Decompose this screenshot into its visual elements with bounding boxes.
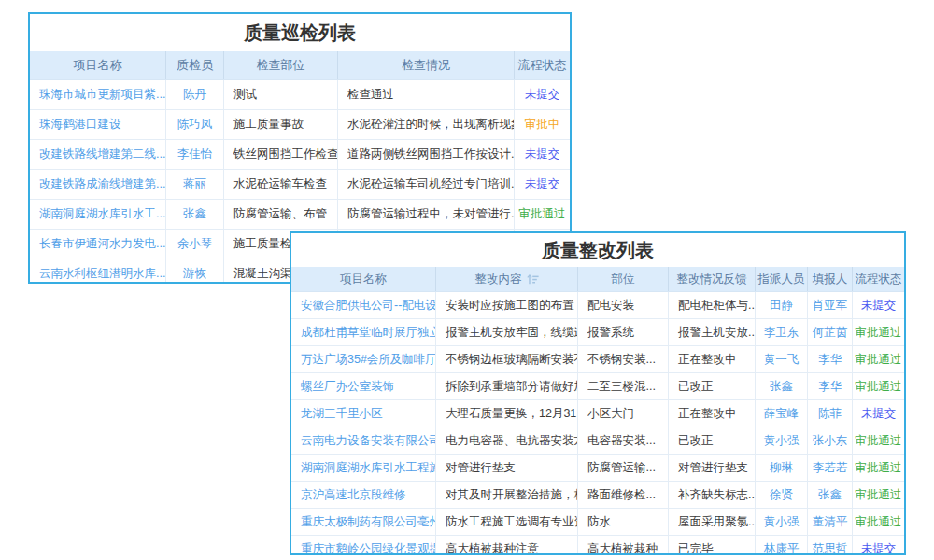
status-text: 未提交 bbox=[861, 541, 897, 556]
column-header-label: 项目名称 bbox=[74, 57, 122, 74]
person-link[interactable]: 余小琴 bbox=[177, 236, 213, 252]
person-link[interactable]: 蒋丽 bbox=[183, 176, 206, 192]
status-text: 审批通过 bbox=[519, 206, 566, 222]
person-link[interactable]: 何芷茵 bbox=[813, 325, 848, 341]
status-cell: 审批通过 bbox=[853, 373, 904, 399]
person-link[interactable]: 陈丹 bbox=[183, 87, 206, 103]
person-link[interactable]: 李若若 bbox=[813, 460, 848, 476]
person-link[interactable]: 徐贤 bbox=[770, 487, 793, 503]
column-header-label: 检查部位 bbox=[257, 57, 305, 74]
cell-text: 已改正 bbox=[678, 433, 714, 449]
inspector-cell: 游恢 bbox=[166, 259, 224, 284]
project-cell: 安徽合肥供电公司--配电设备... bbox=[291, 292, 436, 318]
person-link[interactable]: 董清平 bbox=[813, 514, 848, 530]
project-link[interactable]: 长春市伊通河水力发电... bbox=[39, 236, 165, 252]
person-link[interactable]: 薛宝峰 bbox=[764, 406, 800, 422]
project-link[interactable]: 成都杜甫草堂临时展厅独立展... bbox=[301, 325, 436, 341]
column-header-part: 部位 bbox=[578, 267, 669, 291]
status-text: 审批通过 bbox=[856, 433, 902, 449]
feedback-cell: 已改正 bbox=[669, 373, 756, 399]
project-link[interactable]: 螺丝厂办公室装饰 bbox=[301, 379, 394, 395]
content-cell: 对其及时开展整治措施，桥头... bbox=[436, 482, 578, 508]
person-link[interactable]: 李卫东 bbox=[764, 325, 800, 341]
status-text: 审批通过 bbox=[856, 379, 902, 395]
table-row: 京沪高速北京段维修对其及时开展整治措施，桥头...路面维修检...补齐缺失标志.… bbox=[291, 481, 904, 508]
person-link[interactable]: 张鑫 bbox=[183, 206, 206, 222]
person-link[interactable]: 李佳怡 bbox=[177, 147, 213, 162]
column-header-status: 流程状态 bbox=[515, 51, 570, 79]
project-cell: 京沪高速北京段维修 bbox=[291, 482, 436, 508]
project-link[interactable]: 龙湖三千里小区 bbox=[301, 406, 383, 422]
person-link[interactable]: 黄小强 bbox=[764, 433, 800, 449]
project-link[interactable]: 安徽合肥供电公司--配电设备... bbox=[301, 298, 436, 314]
person-link[interactable]: 黄小强 bbox=[764, 514, 800, 530]
status-text: 审批通过 bbox=[856, 460, 902, 476]
cell-text: 防腐管运输过程中，未对管进行... bbox=[347, 206, 515, 222]
person-link[interactable]: 李华 bbox=[818, 379, 842, 395]
column-header-content[interactable]: 整改内容 bbox=[436, 267, 578, 291]
project-link[interactable]: 重庆市鹅岭公园绿化景观提升... bbox=[301, 541, 436, 556]
part-cell: 防水 bbox=[578, 509, 669, 535]
project-cell: 云南电力设备安装有限公司20... bbox=[291, 427, 436, 454]
situation-cell: 防腐管运输过程中，未对管进行... bbox=[338, 200, 515, 229]
person-link[interactable]: 肖亚军 bbox=[813, 298, 848, 314]
cell-text: 测试 bbox=[234, 87, 257, 103]
cell-text: 防水工程施工选调有专业资质... bbox=[446, 514, 578, 530]
person-link[interactable]: 张小东 bbox=[813, 433, 848, 449]
cell-text: 施工质量事故 bbox=[234, 117, 304, 133]
cell-text: 路面维修检... bbox=[587, 487, 656, 503]
cell-text: 水泥砼运输车司机经过专门培训... bbox=[347, 176, 515, 192]
project-link[interactable]: 京沪高速北京段维修 bbox=[301, 487, 406, 503]
status-cell: 未提交 bbox=[515, 170, 570, 199]
project-link[interactable]: 云南水利枢纽潜明水库... bbox=[39, 266, 165, 282]
cell-text: 报警主机安放... bbox=[678, 325, 756, 341]
person-link[interactable]: 田静 bbox=[770, 298, 793, 314]
status-cell: 未提交 bbox=[853, 536, 904, 555]
cell-text: 防腐管运输... bbox=[587, 460, 656, 476]
project-link[interactable]: 改建铁路线增建第二线... bbox=[39, 147, 165, 162]
person-link[interactable]: 柳琳 bbox=[770, 460, 793, 476]
column-header-label: 部位 bbox=[612, 272, 635, 287]
cell-text: 报警系统 bbox=[587, 325, 634, 341]
rectification-table-title: 质量整改列表 bbox=[291, 233, 904, 267]
status-text: 审批通过 bbox=[856, 352, 902, 368]
person-link[interactable]: 张鑫 bbox=[818, 487, 842, 503]
assignee-cell: 柳琳 bbox=[756, 455, 808, 481]
reporter-cell: 张鑫 bbox=[808, 482, 853, 508]
person-link[interactable]: 张鑫 bbox=[770, 379, 793, 395]
status-text: 审批通过 bbox=[856, 325, 902, 341]
person-link[interactable]: 范思哲 bbox=[813, 541, 848, 556]
project-link[interactable]: 重庆太极制药有限公司亳州中... bbox=[301, 514, 436, 530]
person-link[interactable]: 陈菲 bbox=[818, 406, 842, 422]
feedback-cell: 配电柜柜体与... bbox=[669, 292, 756, 318]
column-header-label: 指派人员 bbox=[758, 272, 805, 287]
status-text: 审批通过 bbox=[856, 487, 902, 503]
project-cell: 珠海鹤港口建设 bbox=[30, 110, 166, 139]
person-link[interactable]: 黄一飞 bbox=[764, 352, 800, 368]
feedback-cell: 已完毕 bbox=[669, 536, 756, 555]
project-link[interactable]: 珠海市城市更新项目紫... bbox=[39, 87, 165, 103]
status-text: 未提交 bbox=[861, 298, 897, 314]
project-link[interactable]: 珠海鹤港口建设 bbox=[39, 117, 121, 133]
project-cell: 云南水利枢纽潜明水库... bbox=[30, 259, 166, 284]
person-link[interactable]: 林康平 bbox=[764, 541, 800, 556]
person-link[interactable]: 游恢 bbox=[183, 266, 206, 282]
inspector-cell: 余小琴 bbox=[166, 230, 224, 259]
sort-icon[interactable] bbox=[527, 274, 539, 285]
project-link[interactable]: 改建铁路成渝线增建第... bbox=[39, 176, 165, 192]
project-link[interactable]: 万达广场35#会所及咖啡厅空... bbox=[301, 352, 436, 368]
project-link[interactable]: 湖南洞庭湖水库引水工... bbox=[39, 206, 165, 222]
inspector-cell: 张鑫 bbox=[166, 200, 224, 229]
assignee-cell: 黄小强 bbox=[756, 509, 808, 535]
project-cell: 湖南洞庭湖水库引水工程施工I标 bbox=[291, 455, 436, 481]
project-link[interactable]: 云南电力设备安装有限公司20... bbox=[301, 433, 436, 449]
cell-text: 水泥砼运输车检查 bbox=[234, 176, 327, 192]
person-link[interactable]: 陈巧凤 bbox=[177, 117, 213, 133]
inspection-table-header: 项目名称质检员检查部位检查情况流程状态 bbox=[30, 51, 570, 79]
project-link[interactable]: 湖南洞庭湖水库引水工程施工I标 bbox=[301, 460, 436, 476]
status-cell: 未提交 bbox=[515, 140, 570, 169]
part-cell: 施工质量事故 bbox=[224, 110, 338, 139]
column-header-inspector: 质检员 bbox=[166, 51, 224, 79]
part-cell: 防腐管运输、布管 bbox=[224, 200, 338, 229]
person-link[interactable]: 李华 bbox=[818, 352, 842, 368]
